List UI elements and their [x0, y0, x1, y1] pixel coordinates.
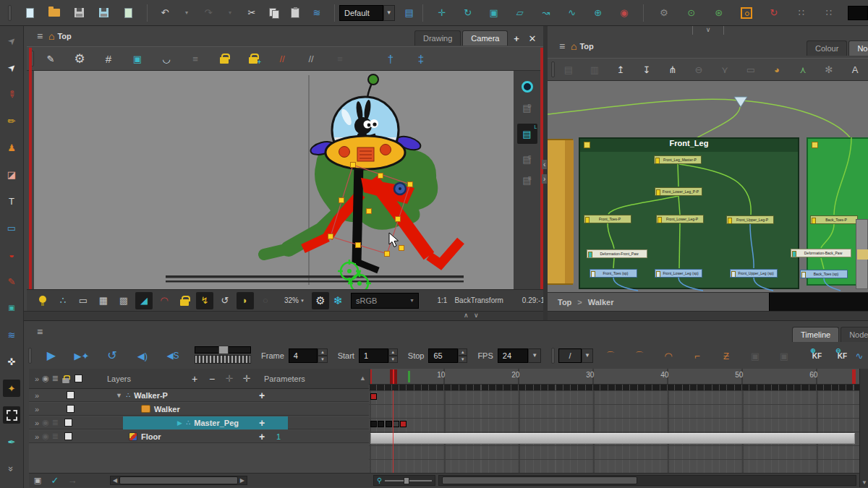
grid-icon[interactable]: # — [100, 50, 117, 67]
home-icon[interactable]: ⌂ — [48, 30, 54, 42]
node-front-toes-sp-[interactable]: Front_Toes (sp) — [590, 269, 637, 278]
camera-menu-icon[interactable]: ≡ — [31, 27, 48, 45]
undo-dropdown-icon[interactable]: ▾ — [178, 4, 195, 22]
row-expand-data-icon[interactable]: » — [35, 391, 39, 400]
close-view-button[interactable]: ✕ — [526, 30, 539, 47]
layer-add-param-button[interactable]: + — [259, 390, 265, 401]
save-icon[interactable] — [70, 4, 88, 22]
auto-apply-icon[interactable]: ↯ — [196, 292, 213, 309]
node-front-upper-leg-sp-[interactable]: Front_Upper_Leg (sp) — [730, 269, 778, 278]
add-peg-hierarchy-icon[interactable]: ⊛ — [710, 4, 728, 22]
camera-mask-icon[interactable]: ▭ — [75, 292, 92, 309]
layer-param-value[interactable]: 1 — [276, 432, 281, 441]
centerline-editor-tool[interactable]: ▣ — [3, 299, 20, 317]
node-top-collapse-icon[interactable]: ∨ — [692, 26, 724, 35]
lock-add-icon[interactable] — [244, 50, 262, 67]
lock-column-icon[interactable] — [62, 377, 69, 382]
layer-expand-arrow[interactable]: ▼ — [116, 392, 122, 399]
frame-spinner[interactable]: ▲▼ — [318, 348, 327, 363]
playhead-marker[interactable] — [393, 369, 394, 384]
camera-tab-camera[interactable]: Camera — [462, 30, 508, 46]
light-bulb-icon[interactable] — [34, 292, 51, 309]
brush-preset-icon[interactable]: ≋ — [308, 4, 326, 22]
node-front-lower-leg-p[interactable]: Front_Lower_Leg-P — [656, 215, 704, 223]
parent-up-icon[interactable]: ↥ — [612, 61, 629, 78]
lock-icon[interactable] — [216, 50, 233, 67]
ease-custom-icon[interactable]: ⌐ — [689, 347, 706, 364]
add-peg-icon[interactable]: ⊙ — [683, 4, 700, 22]
start-frame-marker[interactable] — [370, 369, 372, 384]
rotate-icon[interactable]: ↻ — [459, 4, 477, 22]
hand-tool[interactable]: ✜ — [3, 353, 20, 370]
stroke-curve-icon[interactable]: ◠ — [156, 292, 173, 309]
frames-grid[interactable] — [369, 390, 859, 473]
camera-tab-drawing[interactable]: Drawing — [414, 30, 461, 46]
eye-icon[interactable] — [522, 81, 533, 93]
transform-tool[interactable]: ➤ — [3, 32, 20, 49]
grid-overlay-icon[interactable]: ▦ — [95, 292, 112, 309]
reset-view-icon[interactable]: ↺ — [216, 292, 234, 309]
open-scene-icon[interactable] — [46, 4, 63, 22]
node-front-leg-master-p[interactable]: Front_Leg_Master-P — [654, 155, 702, 164]
layers-hscrollbar[interactable]: ◀ ▶ — [110, 476, 247, 485]
row-expand-data-icon[interactable]: » — [35, 432, 39, 441]
tools-grip[interactable] — [551, 348, 555, 364]
scale-icon[interactable]: ▣ — [485, 4, 503, 22]
node-menu-icon[interactable]: ≡ — [553, 38, 571, 55]
workspace-icon[interactable]: ▤ — [401, 4, 418, 22]
start-spinner[interactable]: ▲▼ — [388, 348, 398, 363]
layer-stack-icon[interactable]: ≣ — [52, 374, 59, 383]
layer-enable-checkbox[interactable] — [67, 405, 75, 413]
layer-add-param-button[interactable]: + — [259, 417, 265, 429]
panel-collapse-up-icon[interactable]: ∧ — [464, 312, 469, 319]
lock-status-icon[interactable] — [176, 292, 193, 309]
delete-layer-button[interactable]: − — [203, 370, 221, 388]
kf-columns2-icon[interactable]: ∷ — [820, 4, 838, 22]
copy-icon[interactable] — [265, 4, 282, 22]
transform-box-icon[interactable] — [738, 4, 755, 22]
row-expand-data-icon[interactable]: » — [35, 405, 39, 414]
node-deformation-front-paw[interactable]: Deformation-Front_Paw — [587, 249, 647, 258]
flatten-dim-icon[interactable]: ▣ — [746, 347, 764, 364]
layer-row-floor[interactable]: »◉≣Floor+1 — [29, 430, 369, 443]
layer-enable-checkbox[interactable] — [64, 419, 72, 427]
dim-grid-icon[interactable]: ▤ — [560, 61, 577, 78]
spline-icon[interactable]: ∿ — [563, 4, 581, 22]
preset-dropdown-icon[interactable]: ▼ — [383, 5, 395, 21]
set-ease-icon[interactable]: Ƶ — [718, 347, 735, 364]
row-solo-icon[interactable]: ◉ — [42, 432, 49, 441]
row-solo-icon[interactable]: ◉ — [42, 418, 49, 427]
node-front-lower-leg-p-p[interactable]: Front_Lower_Leg_P-P — [655, 187, 702, 196]
line-tool-button[interactable]: / — [558, 348, 582, 363]
breadcrumb-item-top[interactable]: Top — [558, 298, 571, 307]
cut-icon[interactable]: ✂ — [243, 4, 260, 22]
timeline-ruler[interactable]: 102030405060 — [369, 369, 859, 385]
quill-tool[interactable]: ✒ — [3, 433, 20, 450]
star-icon[interactable]: ✻ — [820, 61, 838, 78]
fps-input[interactable]: 24 — [498, 348, 528, 363]
dropper-tool[interactable]: ✎ — [3, 273, 20, 290]
node-front-lower-leg-sp-[interactable]: Front_Lower_Leg (sp) — [655, 269, 702, 278]
group-nodes-icon[interactable]: ⋏ — [794, 61, 812, 78]
onion-after-icon[interactable]: // — [302, 50, 320, 67]
export-icon[interactable] — [119, 4, 137, 22]
new-scene-icon[interactable] — [21, 4, 38, 22]
zoom-level[interactable]: 32% — [284, 296, 299, 304]
layer-enable-checkbox[interactable] — [67, 391, 75, 399]
ease-curve-icon[interactable]: ◠ — [660, 347, 677, 364]
node-front-toes-p[interactable]: Front_Toes-P — [584, 215, 631, 223]
stop-spinner[interactable]: ▲▼ — [458, 348, 467, 363]
row-stack-icon[interactable]: ≣ — [52, 432, 59, 441]
paint-mode-icon[interactable]: ◗ — [237, 292, 254, 309]
keyframe-frame-5[interactable] — [400, 421, 407, 427]
more-tools-chevron[interactable]: » — [3, 460, 20, 477]
timeline-tab-node[interactable]: Node — [841, 327, 868, 342]
stop-frame-marker[interactable] — [852, 369, 856, 384]
ease-out-icon[interactable]: ⌒ — [631, 347, 648, 364]
panel-collapse-down-icon[interactable]: ∨ — [474, 312, 479, 319]
show-data-view-icon[interactable]: ∿ — [851, 347, 868, 364]
show-selection-icon[interactable]: ▣ — [29, 472, 46, 488]
onion-handle-icon[interactable]: ✓ — [46, 472, 64, 488]
paste-icon[interactable] — [286, 4, 304, 22]
keyframe-frame-2[interactable] — [378, 421, 384, 427]
